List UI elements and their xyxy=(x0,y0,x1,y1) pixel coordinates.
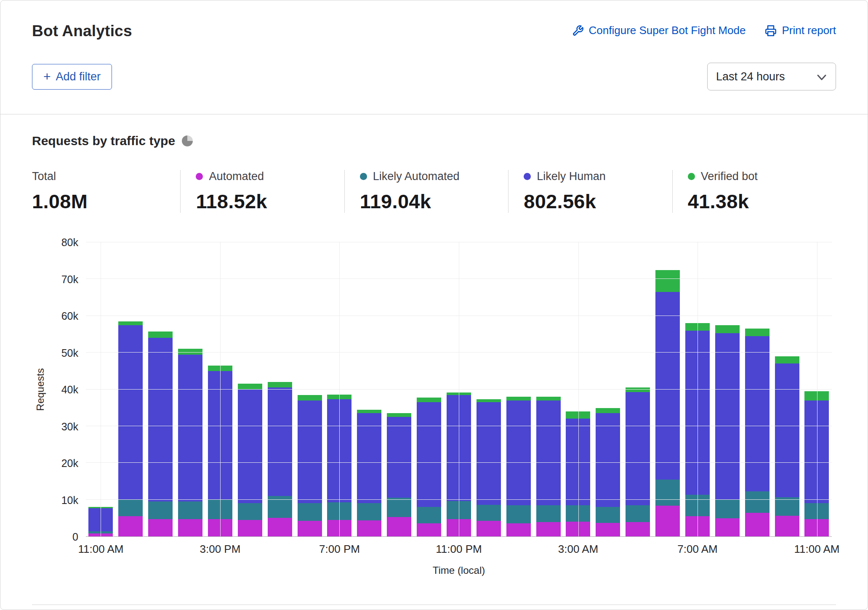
bar-9-00-pm-10[interactable] xyxy=(384,242,414,536)
bar-10-00-pm-11[interactable] xyxy=(414,242,444,536)
y-tick-label: 50k xyxy=(61,347,78,359)
header-section: Bot Analytics Configure Super Bot Fight … xyxy=(0,0,868,114)
legend-dot-automated xyxy=(196,173,203,180)
stat-label: Automated xyxy=(196,170,335,183)
bar-5-00-am-18[interactable] xyxy=(623,242,653,536)
stacked-bar xyxy=(357,242,381,536)
y-tick-label: 20k xyxy=(61,457,78,469)
bar-segment-likely-automated xyxy=(357,503,381,520)
bar-4-00-pm-5[interactable] xyxy=(235,242,265,536)
bar-segment-likely-automated xyxy=(118,500,143,516)
title-row: Bot Analytics Configure Super Bot Fight … xyxy=(32,22,836,40)
bar-segment-likely-automated xyxy=(298,503,322,521)
stat-total: Total 1.08M xyxy=(32,170,180,213)
x-tick-label: 3:00 PM xyxy=(200,543,241,556)
bar-segment-verified-bot xyxy=(148,332,173,338)
bar-4-00-am-17[interactable] xyxy=(593,242,623,536)
plus-icon: + xyxy=(43,70,51,83)
bar-segment-automated xyxy=(178,519,202,536)
bar-segment-automated xyxy=(745,513,769,536)
y-tick-label: 70k xyxy=(61,273,78,285)
stat-automated[interactable]: Automated 118.52k xyxy=(180,170,344,213)
bar-segment-automated xyxy=(357,520,381,536)
bar-10-00-am-23[interactable] xyxy=(772,242,802,536)
bar-8-00-pm-9[interactable] xyxy=(354,242,384,536)
bar-12-00-am-13[interactable] xyxy=(474,242,503,536)
bar-segment-likely-human xyxy=(715,333,740,500)
bar-segment-likely-human xyxy=(268,387,292,496)
stat-value: 802.56k xyxy=(524,190,663,213)
bar-segment-verified-bot xyxy=(715,325,740,333)
bar-segment-likely-human xyxy=(417,402,441,507)
bar-segment-likely-human xyxy=(775,363,799,497)
v-gridline xyxy=(339,242,340,536)
footer-divider xyxy=(32,605,836,610)
stat-label-text: Automated xyxy=(209,170,264,183)
bar-segment-likely-automated xyxy=(626,505,650,522)
bar-segment-likely-automated xyxy=(477,505,501,521)
plot-area xyxy=(86,242,832,537)
bar-8-00-am-21[interactable] xyxy=(712,242,742,536)
stat-value: 1.08M xyxy=(32,190,172,213)
bar-segment-automated xyxy=(477,521,501,536)
bar-segment-verified-bot xyxy=(506,397,531,400)
bar-segment-automated xyxy=(417,523,441,536)
bar-segment-verified-bot xyxy=(626,387,650,392)
bar-segment-likely-human xyxy=(626,392,650,505)
bar-6-00-am-19[interactable] xyxy=(653,242,683,536)
add-filter-button[interactable]: + Add filter xyxy=(32,64,112,90)
bar-segment-likely-human xyxy=(387,417,411,498)
stacked-bar xyxy=(536,242,561,536)
bar-segment-automated xyxy=(238,520,262,536)
bar-segment-automated xyxy=(536,522,561,536)
v-gridline xyxy=(698,242,698,536)
configure-super-bot-fight-mode-link[interactable]: Configure Super Bot Fight Mode xyxy=(572,24,746,37)
bar-segment-likely-human xyxy=(357,413,381,503)
bar-9-00-am-22[interactable] xyxy=(742,242,772,536)
bar-segment-likely-automated xyxy=(178,501,202,519)
bar-segment-likely-automated xyxy=(148,501,173,519)
bar-segment-likely-human xyxy=(655,292,680,480)
stacked-bar xyxy=(506,242,531,536)
bar-segment-automated xyxy=(775,516,799,536)
stat-label: Likely Automated xyxy=(360,170,500,183)
header-links: Configure Super Bot Fight Mode Print rep… xyxy=(572,22,836,37)
bar-2-00-am-15[interactable] xyxy=(533,242,563,536)
stat-label-text: Verified bot xyxy=(701,170,758,183)
bar-segment-likely-human xyxy=(148,338,173,501)
bar-12-00-pm-1[interactable] xyxy=(116,242,146,536)
stat-likely-human[interactable]: Likely Human 802.56k xyxy=(508,170,672,213)
bar-segment-automated xyxy=(506,523,531,536)
bar-segment-verified-bot xyxy=(477,399,501,402)
chevron-down-icon xyxy=(817,70,826,83)
y-tick-label: 60k xyxy=(61,310,78,322)
stacked-bar xyxy=(118,242,143,536)
bar-6-00-pm-7[interactable] xyxy=(295,242,325,536)
stat-verified-bot[interactable]: Verified bot 41.38k xyxy=(672,170,836,213)
bar-segment-automated xyxy=(118,516,143,536)
bar-5-00-pm-6[interactable] xyxy=(265,242,295,536)
stat-label-text: Likely Human xyxy=(537,170,606,183)
bar-segment-likely-automated xyxy=(655,480,680,506)
bar-segment-verified-bot xyxy=(655,270,680,292)
time-range-select[interactable]: Last 24 hours xyxy=(707,63,836,90)
bar-2-00-pm-3[interactable] xyxy=(176,242,205,536)
stat-likely-automated[interactable]: Likely Automated 119.04k xyxy=(344,170,508,213)
stat-label: Verified bot xyxy=(688,170,828,183)
stacked-bar xyxy=(745,242,769,536)
stat-label: Total xyxy=(32,170,172,183)
bar-1-00-am-14[interactable] xyxy=(503,242,533,536)
x-tick-label: 11:00 AM xyxy=(794,543,840,556)
print-report-link[interactable]: Print report xyxy=(765,24,836,37)
stat-value: 118.52k xyxy=(196,190,335,213)
stacked-bar xyxy=(148,242,173,536)
stat-label-text: Likely Automated xyxy=(373,170,460,183)
bar-segment-verified-bot xyxy=(536,397,561,400)
bar-segment-likely-automated xyxy=(745,491,769,513)
v-gridline xyxy=(578,242,579,536)
bar-1-00-pm-2[interactable] xyxy=(146,242,176,536)
add-filter-label: Add filter xyxy=(56,70,101,83)
page-title: Bot Analytics xyxy=(32,22,132,40)
bar-segment-automated xyxy=(387,517,411,536)
x-axis-ticks: 11:00 AM3:00 PM7:00 PM11:00 PM3:00 AM7:0… xyxy=(86,543,832,561)
